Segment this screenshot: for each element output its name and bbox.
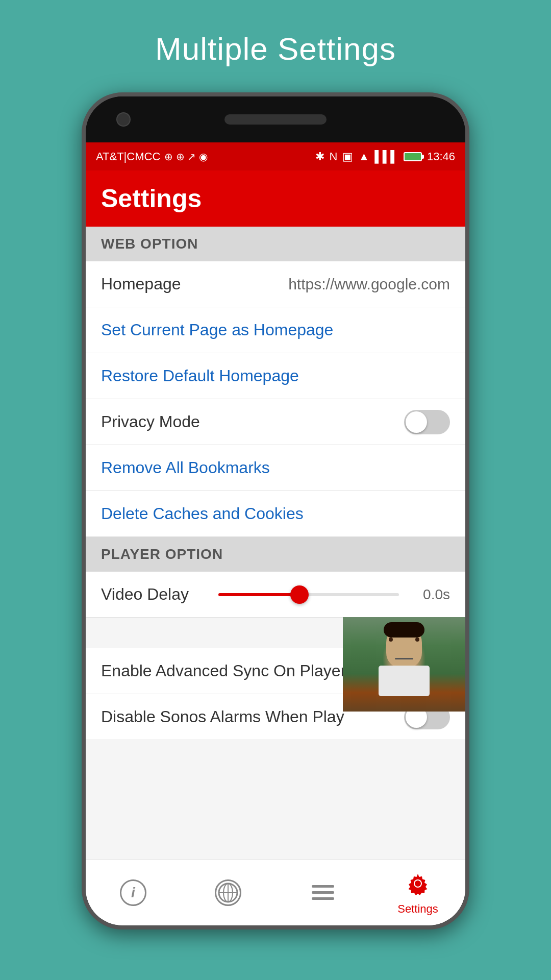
battery-icon	[404, 152, 422, 161]
gear-icon	[404, 870, 432, 899]
nav-item-settings[interactable]: Settings	[370, 870, 465, 916]
privacy-mode-label: Privacy Mode	[101, 412, 200, 431]
page-title-text: Multiple Settings	[155, 31, 396, 67]
phone-shell: AT&T|CMCC ⊕ ⊕ ↗ ◉ ✱ N ▣ ▲ ▌▌▌ 13:46 Sett…	[82, 92, 469, 929]
vibrate-icon: ▣	[342, 150, 353, 163]
globe-icon	[215, 879, 241, 906]
phone-bezel-top	[86, 96, 465, 142]
slider-track[interactable]	[218, 593, 399, 596]
bluetooth-icon: ✱	[315, 150, 324, 163]
status-left: AT&T|CMCC ⊕ ⊕ ↗ ◉	[96, 150, 208, 163]
sonos-alarms-label: Disable Sonos Alarms When Play	[101, 707, 344, 726]
phone-speaker	[224, 114, 327, 125]
nav-item-info[interactable]: i	[86, 879, 181, 906]
slider-fill	[218, 593, 299, 596]
phone-screen: AT&T|CMCC ⊕ ⊕ ↗ ◉ ✱ N ▣ ▲ ▌▌▌ 13:46 Sett…	[86, 142, 465, 925]
carrier-text: AT&T|CMCC	[96, 150, 160, 163]
nfc-icon: N	[330, 150, 338, 163]
usb-icon: ⊕ ⊕ ↗ ◉	[164, 151, 208, 163]
section-header-player: PLAYER OPTION	[86, 537, 465, 572]
privacy-mode-toggle[interactable]	[404, 410, 450, 434]
section-header-web: WEB OPTION	[86, 227, 465, 261]
app-bar: Settings	[86, 170, 465, 227]
svg-point-6	[415, 880, 421, 887]
status-bar: AT&T|CMCC ⊕ ⊕ ↗ ◉ ✱ N ▣ ▲ ▌▌▌ 13:46	[86, 142, 465, 170]
settings-content[interactable]: WEB OPTION Homepage https://www.google.c…	[86, 227, 465, 859]
restore-homepage-label: Restore Default Homepage	[101, 366, 299, 385]
setting-set-homepage[interactable]: Set Current Page as Homepage	[86, 307, 465, 353]
delete-caches-label: Delete Caches and Cookies	[101, 504, 304, 523]
menu-icon	[312, 885, 334, 900]
wifi-icon: ▲	[358, 150, 369, 163]
signal-icon: ▌▌▌	[374, 150, 398, 163]
advanced-sync-label: Enable Advanced Sync On Player	[101, 662, 346, 680]
setting-remove-bookmarks[interactable]: Remove All Bookmarks	[86, 445, 465, 491]
nav-item-menu[interactable]	[276, 885, 370, 900]
nav-item-web[interactable]	[181, 879, 276, 906]
phone-side-button-1	[466, 250, 469, 290]
homepage-label: Homepage	[101, 275, 181, 293]
remove-bookmarks-label: Remove All Bookmarks	[101, 458, 270, 477]
phone-camera	[116, 112, 131, 127]
setting-delete-caches[interactable]: Delete Caches and Cookies	[86, 491, 465, 537]
menu-line-1	[312, 885, 334, 888]
setting-privacy-mode[interactable]: Privacy Mode	[86, 399, 465, 445]
menu-line-3	[312, 897, 334, 900]
phone-side-button-2	[466, 311, 469, 372]
video-thumb-inner	[343, 617, 465, 712]
setting-video-delay[interactable]: Video Delay 0.0s	[86, 572, 465, 618]
setting-restore-homepage[interactable]: Restore Default Homepage	[86, 353, 465, 399]
video-thumbnail	[343, 617, 465, 712]
info-icon: i	[120, 879, 146, 906]
setting-homepage[interactable]: Homepage https://www.google.com	[86, 261, 465, 307]
menu-line-2	[312, 891, 334, 894]
settings-nav-label: Settings	[397, 902, 438, 916]
video-delay-value: 0.0s	[414, 586, 450, 603]
set-homepage-label: Set Current Page as Homepage	[101, 321, 333, 339]
slider-thumb[interactable]	[290, 585, 309, 604]
video-person	[343, 617, 465, 712]
homepage-value: https://www.google.com	[288, 276, 450, 293]
app-bar-title: Settings	[101, 184, 202, 213]
status-right: ✱ N ▣ ▲ ▌▌▌ 13:46	[315, 150, 456, 163]
time-text: 13:46	[427, 150, 455, 163]
slider-container[interactable]	[213, 593, 404, 596]
video-delay-label: Video Delay	[101, 585, 203, 604]
bottom-nav: i	[86, 859, 465, 925]
